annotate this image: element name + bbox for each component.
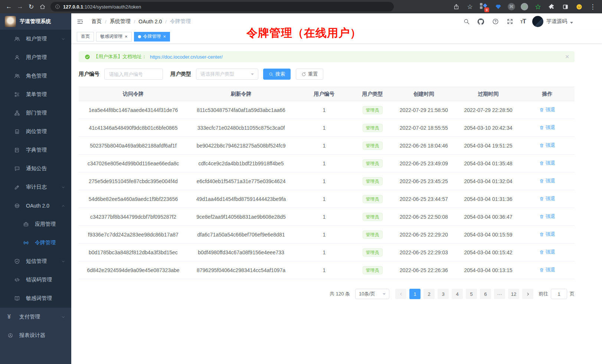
chat-icon bbox=[14, 166, 21, 172]
cell-user-id: 1 bbox=[294, 261, 354, 279]
force-logout-button[interactable]: 强退 bbox=[539, 178, 555, 184]
font-size-icon[interactable]: TT bbox=[520, 18, 526, 25]
tab-sensitive-word[interactable]: 敏感词管理× bbox=[96, 32, 132, 42]
force-logout-button[interactable]: 强退 bbox=[539, 249, 555, 255]
search-button[interactable]: 搜索 bbox=[263, 69, 291, 80]
sidebar-item-pay[interactable]: ¥支付管理 bbox=[0, 308, 71, 326]
tab-close-icon[interactable]: × bbox=[125, 34, 128, 39]
reset-button-label: 重置 bbox=[308, 71, 318, 77]
force-logout-label: 强退 bbox=[546, 160, 555, 166]
page-number-button[interactable]: 5 bbox=[466, 289, 477, 299]
gem-extension-icon[interactable] bbox=[494, 3, 502, 11]
sidebar-item-report-designer[interactable]: 报表设计器 bbox=[0, 326, 71, 345]
share-icon[interactable] bbox=[452, 3, 460, 11]
sidebar-item-dict[interactable]: 字典管理 bbox=[0, 141, 71, 159]
sidebar-item-oauth2-token[interactable]: 令牌管理 bbox=[0, 234, 71, 252]
command-extension-icon[interactable]: ⌘ bbox=[508, 3, 515, 10]
cell-created-time: 2022-06-25 22:29:03 bbox=[391, 244, 457, 261]
sidebar-filler bbox=[0, 345, 71, 364]
column-header: 访问令牌 bbox=[79, 87, 188, 101]
more-pages-button[interactable]: ··· bbox=[494, 289, 505, 299]
cell-access-token: 54d6be82ee5a460a9aedc1f9bf223656 bbox=[79, 190, 188, 208]
prev-page-button[interactable] bbox=[395, 289, 406, 299]
cell-created-time: 2022-07-02 18:55:55 bbox=[391, 119, 457, 137]
force-logout-button[interactable]: 强退 bbox=[539, 142, 555, 149]
sidebar-item-sms[interactable]: 短信管理 bbox=[0, 252, 71, 271]
split-window-icon[interactable] bbox=[561, 3, 569, 11]
browser-reload-icon[interactable]: ↻ bbox=[26, 1, 36, 12]
extension-grid-icon[interactable]: 9 bbox=[480, 2, 488, 11]
github-icon[interactable] bbox=[477, 17, 485, 26]
search-icon[interactable] bbox=[462, 17, 471, 26]
cell-user-type: 管理员 bbox=[354, 137, 391, 155]
sidebar-item-role[interactable]: 角色管理 bbox=[0, 67, 71, 85]
badge-icon bbox=[14, 129, 21, 135]
filter-form: 用户编号 用户类型 请选择用户类型 搜索 重置 bbox=[79, 68, 595, 80]
sidebar-item-dept[interactable]: 部门管理 bbox=[0, 104, 71, 122]
reset-button[interactable]: 重置 bbox=[296, 69, 323, 80]
sidebar-item-menu[interactable]: 菜单管理 bbox=[0, 85, 71, 104]
browser-forward-icon[interactable]: → bbox=[15, 1, 25, 12]
cell-expire-time: 2054-03-04 01:32:04 bbox=[457, 172, 520, 190]
cell-user-id: 1 bbox=[294, 137, 354, 155]
profile-avatar-icon[interactable] bbox=[575, 3, 583, 11]
tab-home[interactable]: 首页 bbox=[77, 32, 94, 42]
breadcrumb-item[interactable]: OAuth 2.0 bbox=[138, 19, 162, 24]
page-number-button[interactable]: 4 bbox=[452, 289, 463, 299]
page-size-select[interactable]: 10条/页 bbox=[355, 289, 389, 299]
cell-action: 强退 bbox=[520, 190, 575, 208]
recorder-extension-icon[interactable] bbox=[521, 3, 528, 10]
sidebar-item-post[interactable]: 岗位管理 bbox=[0, 122, 71, 141]
force-logout-button[interactable]: 强退 bbox=[539, 213, 555, 220]
sidebar-item-sensitive-word[interactable]: 敏感词管理 bbox=[0, 289, 71, 308]
puzzle-extension-icon[interactable] bbox=[547, 3, 556, 11]
alert-close-icon[interactable]: ✕ bbox=[565, 54, 569, 60]
sidebar-item-oauth2-app[interactable]: 应用管理 bbox=[0, 215, 71, 234]
page-number-button[interactable]: 6 bbox=[480, 289, 491, 299]
table-row: b0d1785bc3a8482f812db4a3f3bd15ecb0df4980… bbox=[79, 244, 575, 261]
force-logout-button[interactable]: 强退 bbox=[539, 231, 555, 238]
sidebar-toggle-icon[interactable] bbox=[76, 17, 85, 26]
page-number-button[interactable]: 3 bbox=[438, 289, 449, 299]
force-logout-button[interactable]: 强退 bbox=[539, 124, 555, 131]
help-icon[interactable] bbox=[491, 17, 500, 26]
trash-icon bbox=[539, 125, 544, 130]
sidebar-item-error-code[interactable]: 错误码管理 bbox=[0, 271, 71, 289]
bookmark-star-icon[interactable]: ☆ bbox=[466, 3, 474, 11]
trash-icon bbox=[539, 268, 544, 272]
page-number-button[interactable]: 2 bbox=[423, 289, 435, 299]
fullscreen-icon[interactable] bbox=[506, 17, 514, 26]
user-type-select[interactable]: 请选择用户类型 bbox=[196, 69, 258, 80]
breadcrumb-item[interactable]: 首页 bbox=[91, 18, 102, 25]
page-number-button[interactable]: 1 bbox=[409, 289, 421, 299]
sidebar-item-audit-log[interactable]: 审计日志 bbox=[0, 178, 71, 196]
sidebar-item-tenant[interactable]: 租户管理 bbox=[0, 30, 71, 48]
cell-user-type: 管理员 bbox=[354, 101, 391, 119]
alert-doc-link[interactable]: https://doc.iocoder.cn/user-center/ bbox=[150, 54, 223, 60]
force-logout-button[interactable]: 强退 bbox=[539, 267, 555, 273]
robot-icon bbox=[14, 203, 21, 209]
cell-refresh-token: b0df4980ffd34c67a08f9156e4eee733 bbox=[188, 244, 294, 261]
force-logout-button[interactable]: 强退 bbox=[539, 195, 555, 202]
breadcrumb-item[interactable]: 系统管理 bbox=[110, 18, 131, 25]
browser-menu-icon[interactable]: ⋮ bbox=[589, 3, 597, 11]
next-page-button[interactable] bbox=[522, 289, 533, 299]
address-bar[interactable]: 127.0.0.1:1024/system/oauth2/token bbox=[50, 2, 394, 11]
user-dropdown[interactable]: 芋道源码 bbox=[532, 16, 573, 27]
user-id-input[interactable] bbox=[104, 69, 163, 80]
browser-back-icon[interactable]: ← bbox=[4, 1, 14, 12]
sidebar-item-oauth2[interactable]: OAuth 2.0 bbox=[0, 196, 71, 215]
page-number-button[interactable]: 12 bbox=[508, 289, 519, 299]
trash-icon bbox=[539, 232, 544, 237]
sidebar-item-user[interactable]: 用户管理 bbox=[0, 48, 71, 67]
sidebar-item-notice[interactable]: 通知公告 bbox=[0, 159, 71, 178]
browser-home-icon[interactable] bbox=[37, 1, 48, 12]
force-logout-button[interactable]: 强退 bbox=[539, 160, 555, 166]
force-logout-label: 强退 bbox=[546, 267, 555, 273]
force-logout-button[interactable]: 强退 bbox=[539, 106, 555, 113]
tab-oauth2-token[interactable]: 令牌管理× bbox=[134, 32, 170, 42]
chevron-down-icon bbox=[251, 73, 254, 75]
tab-close-icon[interactable]: × bbox=[163, 34, 166, 39]
green-star-extension-icon[interactable] bbox=[534, 3, 542, 11]
goto-page-input[interactable] bbox=[551, 289, 567, 299]
